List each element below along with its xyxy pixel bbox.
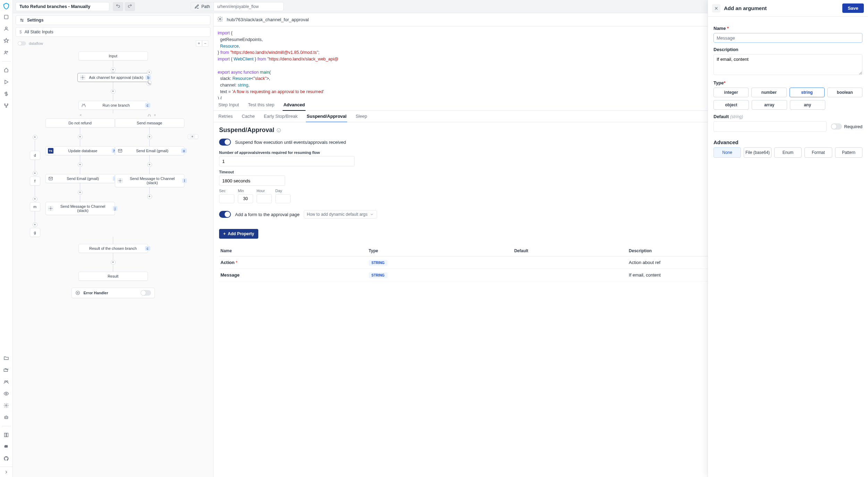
nav-star-icon[interactable] — [0, 35, 12, 46]
default-args-hint[interactable]: How to add dynamic default args — [304, 210, 377, 219]
close-drawer-button[interactable] — [712, 4, 720, 13]
node-send-email[interactable]: Send Email (gmail) i — [45, 174, 115, 183]
add-step-button[interactable]: + — [111, 89, 116, 94]
nav-eye-icon[interactable] — [0, 388, 12, 399]
nav-group-icon[interactable] — [0, 377, 12, 387]
default-input[interactable] — [713, 121, 827, 132]
min-input[interactable] — [238, 194, 253, 203]
nav-book-icon[interactable] — [0, 430, 12, 440]
nav-discord-icon[interactable] — [0, 442, 12, 452]
type-integer[interactable]: integer — [713, 88, 749, 97]
nav-folder-icon[interactable] — [0, 353, 12, 363]
node-send-email-gmail[interactable]: Send Email (gmail) o — [115, 146, 184, 155]
zoom-out-button[interactable]: − — [202, 40, 208, 47]
sidebar-collapse[interactable] — [0, 467, 12, 477]
type-object[interactable]: object — [713, 100, 749, 110]
nav-gear-icon[interactable] — [0, 400, 12, 411]
flow-title[interactable]: Tuto Refund branches - Manually — [16, 2, 109, 11]
app-logo[interactable] — [2, 2, 10, 10]
gear-icon[interactable] — [217, 16, 223, 23]
zoom-in-button[interactable]: + — [196, 40, 202, 47]
node-d[interactable]: d — [30, 151, 40, 160]
tab-test-step[interactable]: Test this step — [247, 99, 275, 110]
nav-robot-icon[interactable] — [0, 412, 12, 422]
day-input[interactable] — [275, 194, 291, 203]
nav-dollar-icon[interactable] — [0, 89, 12, 99]
nav-home-icon[interactable] — [0, 12, 12, 22]
close-icon[interactable]: × — [80, 113, 82, 117]
nav-house-icon[interactable] — [0, 65, 12, 75]
required-toggle[interactable] — [831, 123, 842, 130]
static-inputs-button[interactable]: $ All Static Inputs — [16, 27, 210, 37]
node-send-message[interactable]: Send message — [115, 118, 184, 128]
settings-button[interactable]: Settings — [16, 15, 210, 25]
adv-format[interactable]: Format — [804, 147, 832, 158]
nav-play-icon[interactable] — [0, 77, 12, 87]
dataflow-toggle[interactable] — [18, 41, 26, 46]
tab-advanced[interactable]: Advanced — [283, 99, 306, 111]
nav-users-icon[interactable] — [0, 47, 12, 58]
node-m[interactable]: m — [30, 202, 40, 211]
node-input[interactable]: Input — [78, 51, 148, 60]
adv-pattern[interactable]: Pattern — [835, 147, 862, 158]
hour-input[interactable] — [257, 194, 272, 203]
nav-user-icon[interactable] — [0, 24, 12, 34]
nav-github-icon[interactable] — [0, 453, 12, 464]
suspend-toggle[interactable] — [219, 139, 231, 146]
close-icon[interactable]: × — [154, 113, 156, 117]
subtab-suspend[interactable]: Suspend/Approval — [306, 111, 347, 122]
type-number[interactable]: number — [751, 88, 786, 97]
add-property-button[interactable]: + Add Property — [219, 229, 258, 239]
node-run-one-branch[interactable]: Run one branch c — [78, 101, 148, 110]
flow-canvas[interactable]: Input + ⊕ Ask channel for approval (slac… — [13, 48, 213, 477]
type-boolean[interactable]: boolean — [827, 88, 862, 97]
svg-point-10 — [6, 405, 7, 406]
phone-icon[interactable] — [146, 80, 152, 86]
undo-button[interactable] — [113, 2, 123, 11]
tab-step-input[interactable]: Step Input — [218, 99, 240, 110]
adv-none[interactable]: None — [713, 147, 741, 158]
svg-point-12 — [5, 417, 6, 418]
svg-point-2 — [5, 51, 6, 52]
subtab-sleep[interactable]: Sleep — [355, 111, 368, 122]
adv-file[interactable]: File (base64) — [744, 147, 771, 158]
node-update-db[interactable]: TS Update database h — [45, 146, 115, 155]
node-send-slack[interactable]: Send Message to Channel (slack) l — [115, 174, 184, 187]
add-form-label: Add a form to the approval page — [235, 212, 300, 217]
node-g[interactable]: g — [30, 228, 40, 237]
add-form-toggle[interactable] — [219, 211, 231, 218]
path-box: Path u/henri/enjoyable_flow — [191, 2, 284, 11]
node-result-branch[interactable]: Result of the chosen branch c — [78, 244, 148, 253]
node-ask-channel[interactable]: Ask channel for approval (slack) b × — [77, 73, 149, 82]
arg-name-input[interactable] — [713, 33, 862, 43]
approvals-input[interactable] — [219, 156, 354, 166]
svg-point-5 — [7, 104, 8, 105]
node-do-not-refund[interactable]: Do not refund — [45, 118, 115, 128]
error-handler-toggle[interactable] — [141, 290, 151, 296]
arg-description-input[interactable] — [713, 54, 862, 75]
subtab-retries[interactable]: Retries — [218, 111, 233, 122]
svg-point-8 — [7, 381, 8, 382]
type-string[interactable]: string — [790, 88, 825, 97]
error-handler-row: Error Handler — [72, 288, 155, 298]
nav-tree-icon[interactable] — [0, 100, 12, 111]
redo-button[interactable] — [125, 2, 135, 11]
subtab-early-stop[interactable]: Early Stop/Break — [263, 111, 299, 122]
type-any[interactable]: any — [790, 100, 825, 110]
path-value: u/henri/enjoyable_flow — [214, 4, 283, 9]
timeout-input[interactable] — [219, 175, 285, 186]
sec-input[interactable] — [219, 194, 234, 203]
save-button[interactable]: Save — [842, 3, 864, 13]
nav-folders-icon[interactable] — [0, 365, 12, 375]
svg-point-14 — [82, 77, 83, 78]
subtab-cache[interactable]: Cache — [241, 111, 256, 122]
node-send-slack2[interactable]: Send Message to Channel (slack) j — [45, 202, 115, 215]
suspend-desc: Suspend flow execution until events/appr… — [235, 140, 346, 145]
type-array[interactable]: array — [752, 100, 787, 110]
node-f[interactable]: f — [30, 176, 40, 186]
node-result[interactable]: Result — [78, 272, 148, 281]
node-partial-right[interactable] — [188, 134, 198, 139]
remove-node-button[interactable]: × — [147, 70, 152, 75]
adv-enum[interactable]: Enum — [774, 147, 802, 158]
path-edit-button[interactable]: Path — [191, 2, 214, 11]
